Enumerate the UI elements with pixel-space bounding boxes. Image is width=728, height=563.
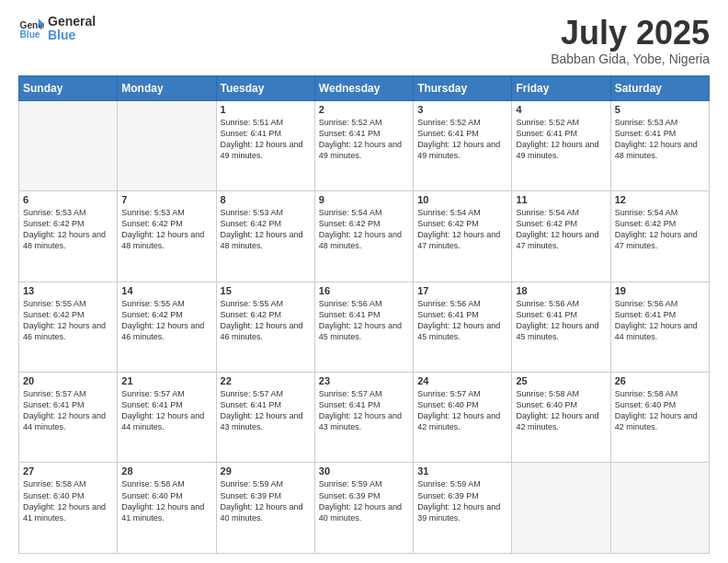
day-cell: 22Sunrise: 5:57 AM Sunset: 6:41 PM Dayli… <box>216 373 314 463</box>
day-number: 9 <box>319 194 409 205</box>
day-info: Sunrise: 5:54 AM Sunset: 6:42 PM Dayligh… <box>417 207 507 252</box>
day-number: 5 <box>615 104 705 115</box>
day-info: Sunrise: 5:55 AM Sunset: 6:42 PM Dayligh… <box>121 298 211 343</box>
day-cell: 19Sunrise: 5:56 AM Sunset: 6:41 PM Dayli… <box>610 282 709 372</box>
day-info: Sunrise: 5:58 AM Sunset: 6:40 PM Dayligh… <box>516 388 606 433</box>
day-info: Sunrise: 5:57 AM Sunset: 6:41 PM Dayligh… <box>121 388 211 433</box>
day-number: 13 <box>23 285 113 296</box>
svg-text:Blue: Blue <box>20 30 40 40</box>
day-info: Sunrise: 5:52 AM Sunset: 6:41 PM Dayligh… <box>319 117 409 162</box>
logo-blue: Blue <box>48 29 96 42</box>
day-info: Sunrise: 5:52 AM Sunset: 6:41 PM Dayligh… <box>516 117 606 162</box>
page: General Blue General Blue July 2025 Babb… <box>0 0 728 563</box>
weekday-header-row: SundayMondayTuesdayWednesdayThursdayFrid… <box>19 75 710 100</box>
day-info: Sunrise: 5:52 AM Sunset: 6:41 PM Dayligh… <box>417 117 507 162</box>
weekday-wednesday: Wednesday <box>314 75 413 100</box>
day-cell: 5Sunrise: 5:53 AM Sunset: 6:41 PM Daylig… <box>610 100 709 190</box>
day-info: Sunrise: 5:59 AM Sunset: 6:39 PM Dayligh… <box>221 478 311 523</box>
day-number: 8 <box>221 194 311 205</box>
day-info: Sunrise: 5:54 AM Sunset: 6:42 PM Dayligh… <box>516 207 606 252</box>
day-cell: 9Sunrise: 5:54 AM Sunset: 6:42 PM Daylig… <box>314 191 413 282</box>
weekday-tuesday: Tuesday <box>216 75 314 100</box>
logo: General Blue General Blue <box>18 15 96 43</box>
day-info: Sunrise: 5:59 AM Sunset: 6:39 PM Dayligh… <box>417 478 507 523</box>
day-cell: 30Sunrise: 5:59 AM Sunset: 6:39 PM Dayli… <box>314 463 413 554</box>
day-number: 16 <box>319 285 409 296</box>
day-number: 12 <box>615 194 705 205</box>
week-row-4: 20Sunrise: 5:57 AM Sunset: 6:41 PM Dayli… <box>19 373 710 463</box>
day-cell: 14Sunrise: 5:55 AM Sunset: 6:42 PM Dayli… <box>118 282 216 372</box>
week-row-3: 13Sunrise: 5:55 AM Sunset: 6:42 PM Dayli… <box>19 282 710 372</box>
day-cell: 17Sunrise: 5:56 AM Sunset: 6:41 PM Dayli… <box>414 282 512 372</box>
day-number: 21 <box>121 375 211 386</box>
day-cell: 18Sunrise: 5:56 AM Sunset: 6:41 PM Dayli… <box>512 282 610 372</box>
day-cell: 13Sunrise: 5:55 AM Sunset: 6:42 PM Dayli… <box>19 282 118 372</box>
day-cell <box>512 463 610 554</box>
weekday-thursday: Thursday <box>414 75 512 100</box>
day-cell: 21Sunrise: 5:57 AM Sunset: 6:41 PM Dayli… <box>118 373 216 463</box>
day-info: Sunrise: 5:53 AM Sunset: 6:42 PM Dayligh… <box>23 207 113 252</box>
day-info: Sunrise: 5:57 AM Sunset: 6:41 PM Dayligh… <box>23 388 113 433</box>
day-cell: 27Sunrise: 5:58 AM Sunset: 6:40 PM Dayli… <box>19 463 118 554</box>
day-number: 3 <box>417 104 507 115</box>
day-info: Sunrise: 5:53 AM Sunset: 6:42 PM Dayligh… <box>121 207 211 252</box>
day-cell: 23Sunrise: 5:57 AM Sunset: 6:41 PM Dayli… <box>314 373 413 463</box>
day-cell: 16Sunrise: 5:56 AM Sunset: 6:41 PM Dayli… <box>314 282 413 372</box>
day-cell: 10Sunrise: 5:54 AM Sunset: 6:42 PM Dayli… <box>414 191 512 282</box>
day-number: 29 <box>221 465 311 477</box>
day-info: Sunrise: 5:56 AM Sunset: 6:41 PM Dayligh… <box>615 298 705 343</box>
weekday-monday: Monday <box>118 75 216 100</box>
day-cell: 2Sunrise: 5:52 AM Sunset: 6:41 PM Daylig… <box>314 100 413 190</box>
day-info: Sunrise: 5:57 AM Sunset: 6:41 PM Dayligh… <box>319 388 409 433</box>
logo-icon: General Blue <box>18 16 44 41</box>
logo-general: General <box>48 15 96 29</box>
weekday-sunday: Sunday <box>19 75 118 100</box>
day-info: Sunrise: 5:54 AM Sunset: 6:42 PM Dayligh… <box>319 207 409 252</box>
day-number: 1 <box>221 104 311 115</box>
day-info: Sunrise: 5:53 AM Sunset: 6:41 PM Dayligh… <box>615 117 705 162</box>
day-number: 6 <box>23 194 113 205</box>
day-info: Sunrise: 5:57 AM Sunset: 6:41 PM Dayligh… <box>221 388 311 433</box>
day-number: 19 <box>615 285 705 296</box>
day-cell: 3Sunrise: 5:52 AM Sunset: 6:41 PM Daylig… <box>414 100 512 190</box>
day-info: Sunrise: 5:59 AM Sunset: 6:39 PM Dayligh… <box>319 478 409 523</box>
day-info: Sunrise: 5:56 AM Sunset: 6:41 PM Dayligh… <box>516 298 606 343</box>
day-cell: 1Sunrise: 5:51 AM Sunset: 6:41 PM Daylig… <box>216 100 314 190</box>
day-cell: 25Sunrise: 5:58 AM Sunset: 6:40 PM Dayli… <box>512 373 610 463</box>
day-info: Sunrise: 5:51 AM Sunset: 6:41 PM Dayligh… <box>221 117 311 162</box>
day-cell: 28Sunrise: 5:58 AM Sunset: 6:40 PM Dayli… <box>118 463 216 554</box>
day-cell <box>610 463 709 554</box>
day-cell: 4Sunrise: 5:52 AM Sunset: 6:41 PM Daylig… <box>512 100 610 190</box>
day-number: 27 <box>23 465 113 477</box>
calendar-table: SundayMondayTuesdayWednesdayThursdayFrid… <box>18 75 710 554</box>
day-cell: 8Sunrise: 5:53 AM Sunset: 6:42 PM Daylig… <box>216 191 314 282</box>
day-cell: 24Sunrise: 5:57 AM Sunset: 6:40 PM Dayli… <box>414 373 512 463</box>
day-cell: 29Sunrise: 5:59 AM Sunset: 6:39 PM Dayli… <box>216 463 314 554</box>
day-info: Sunrise: 5:58 AM Sunset: 6:40 PM Dayligh… <box>121 478 211 523</box>
weekday-friday: Friday <box>512 75 610 100</box>
calendar-body: 1Sunrise: 5:51 AM Sunset: 6:41 PM Daylig… <box>19 100 710 553</box>
week-row-2: 6Sunrise: 5:53 AM Sunset: 6:42 PM Daylig… <box>19 191 710 282</box>
day-number: 23 <box>319 375 409 386</box>
day-info: Sunrise: 5:58 AM Sunset: 6:40 PM Dayligh… <box>23 478 113 523</box>
day-info: Sunrise: 5:54 AM Sunset: 6:42 PM Dayligh… <box>615 207 705 252</box>
title-block: July 2025 Babban Gida, Yobe, Nigeria <box>551 15 710 66</box>
week-row-5: 27Sunrise: 5:58 AM Sunset: 6:40 PM Dayli… <box>19 463 710 554</box>
day-number: 24 <box>417 375 507 386</box>
day-cell <box>118 100 216 190</box>
day-number: 28 <box>121 465 211 477</box>
day-number: 25 <box>516 375 606 386</box>
day-cell: 7Sunrise: 5:53 AM Sunset: 6:42 PM Daylig… <box>118 191 216 282</box>
day-cell: 31Sunrise: 5:59 AM Sunset: 6:39 PM Dayli… <box>414 463 512 554</box>
day-info: Sunrise: 5:57 AM Sunset: 6:40 PM Dayligh… <box>417 388 507 433</box>
day-number: 11 <box>516 194 606 205</box>
day-cell: 6Sunrise: 5:53 AM Sunset: 6:42 PM Daylig… <box>19 191 118 282</box>
day-cell: 20Sunrise: 5:57 AM Sunset: 6:41 PM Dayli… <box>19 373 118 463</box>
day-info: Sunrise: 5:58 AM Sunset: 6:40 PM Dayligh… <box>615 388 705 433</box>
day-number: 4 <box>516 104 606 115</box>
header: General Blue General Blue July 2025 Babb… <box>18 15 710 66</box>
day-info: Sunrise: 5:53 AM Sunset: 6:42 PM Dayligh… <box>221 207 311 252</box>
day-number: 18 <box>516 285 606 296</box>
day-info: Sunrise: 5:56 AM Sunset: 6:41 PM Dayligh… <box>417 298 507 343</box>
day-cell: 15Sunrise: 5:55 AM Sunset: 6:42 PM Dayli… <box>216 282 314 372</box>
